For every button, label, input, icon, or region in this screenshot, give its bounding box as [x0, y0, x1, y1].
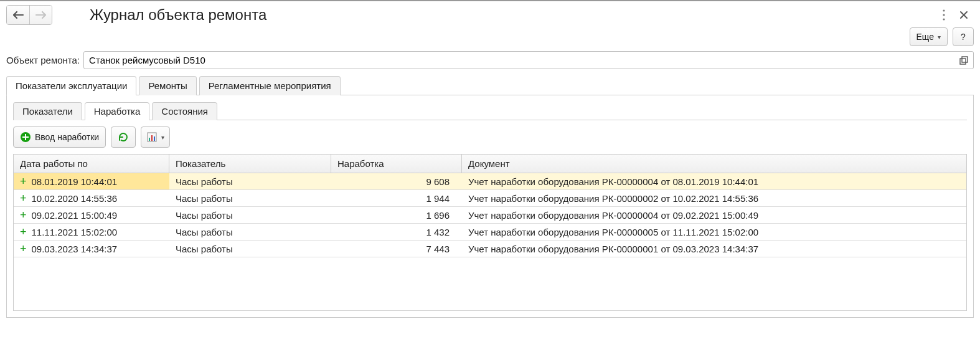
- chevron-down-icon: ▾: [938, 34, 941, 41]
- outer-tab-2[interactable]: Регламентные мероприятия: [199, 76, 341, 95]
- chart-dropdown-button[interactable]: ▾: [141, 127, 170, 148]
- object-input[interactable]: [83, 51, 974, 69]
- open-external-icon: [959, 56, 968, 65]
- svg-point-3: [943, 14, 945, 16]
- table-row[interactable]: +08.01.2019 10:44:01Часы работы9 608Учет…: [14, 173, 966, 190]
- plus-icon: +: [20, 243, 27, 254]
- inner-tab-0[interactable]: Показатели: [13, 102, 82, 120]
- cell-value: 7 443: [331, 241, 462, 257]
- inner-tab-1[interactable]: Наработка: [85, 102, 150, 120]
- cell-indicator: Часы работы: [169, 207, 331, 223]
- outer-tab-1[interactable]: Ремонты: [139, 76, 196, 95]
- cell-value: 1 432: [331, 224, 462, 240]
- svg-point-2: [943, 9, 945, 11]
- plus-icon: +: [20, 209, 27, 221]
- object-field-row: Объект ремонта:: [6, 51, 974, 69]
- cell-indicator: Часы работы: [169, 241, 331, 257]
- cell-date: +09.03.2023 14:34:37: [14, 241, 169, 257]
- svg-rect-15: [154, 136, 155, 141]
- close-button[interactable]: [954, 5, 974, 25]
- cell-indicator: Часы работы: [169, 224, 331, 240]
- cell-date: +11.11.2021 15:02:00: [14, 224, 169, 240]
- inner-tabs: ПоказателиНаработкаСостояния: [13, 102, 967, 120]
- cell-date-text: 11.11.2021 15:02:00: [32, 227, 118, 237]
- app-window: Журнал объекта ремонта Еще ▾ ? Объект ре…: [0, 0, 980, 339]
- close-icon: [959, 11, 968, 19]
- open-object-button[interactable]: [956, 54, 971, 67]
- forward-button[interactable]: [29, 6, 52, 24]
- bar-chart-icon: [146, 131, 158, 143]
- refresh-button[interactable]: [111, 127, 136, 148]
- table-header: Дата работы по Показатель Наработка Доку…: [14, 155, 966, 173]
- svg-rect-8: [962, 57, 968, 62]
- svg-point-4: [943, 18, 945, 20]
- cell-value: 1 944: [331, 190, 462, 206]
- cell-document: Учет наработки оборудования РК-00000001 …: [462, 241, 966, 257]
- table-row[interactable]: +09.03.2023 14:34:37Часы работы7 443Учет…: [14, 241, 966, 257]
- cell-date: +09.02.2021 15:00:49: [14, 207, 169, 223]
- cell-indicator: Часы работы: [169, 190, 331, 206]
- kebab-icon: [943, 9, 945, 21]
- table-body: +08.01.2019 10:44:01Часы работы9 608Учет…: [14, 173, 966, 310]
- kebab-menu-button[interactable]: [934, 5, 954, 25]
- cell-date: +08.01.2019 10:44:01: [14, 173, 169, 189]
- outer-tab-0[interactable]: Показатели эксплуатации: [6, 76, 136, 95]
- table-toolbar: Ввод наработки ▾: [13, 127, 967, 148]
- outer-tabs: Показатели эксплуатацииРемонтыРегламентн…: [6, 75, 974, 95]
- plus-icon: +: [20, 226, 27, 237]
- help-button-label: ?: [961, 32, 966, 42]
- cell-date-text: 10.02.2020 14:55:36: [32, 193, 118, 204]
- add-operating-time-label: Ввод наработки: [35, 132, 99, 142]
- arrow-left-icon: [12, 11, 24, 19]
- help-button[interactable]: ?: [953, 27, 974, 46]
- cell-value: 9 608: [331, 173, 462, 189]
- page-title: Журнал объекта ремонта: [90, 6, 266, 24]
- nav-buttons: [6, 5, 52, 25]
- back-button[interactable]: [7, 6, 29, 24]
- more-button-label: Еще: [916, 32, 935, 42]
- table: Дата работы по Показатель Наработка Доку…: [13, 154, 967, 311]
- th-date[interactable]: Дата работы по: [14, 155, 169, 173]
- cell-date-text: 09.02.2021 15:00:49: [32, 210, 118, 221]
- th-indicator[interactable]: Показатель: [169, 155, 331, 173]
- svg-rect-7: [960, 59, 966, 64]
- refresh-icon: [118, 131, 129, 143]
- cell-document: Учет наработки оборудования РК-00000002 …: [462, 190, 966, 206]
- header: Журнал объекта ремонта: [6, 5, 974, 25]
- arrow-right-icon: [35, 11, 47, 19]
- more-button[interactable]: Еще ▾: [910, 27, 948, 46]
- cell-value: 1 696: [331, 207, 462, 223]
- chevron-down-icon: ▾: [161, 134, 164, 141]
- svg-rect-14: [151, 135, 153, 141]
- object-field-wrap: [83, 51, 974, 69]
- secondary-toolbar: Еще ▾ ?: [6, 27, 974, 46]
- th-value[interactable]: Наработка: [331, 155, 462, 173]
- cell-date-text: 09.03.2023 14:34:37: [32, 244, 118, 254]
- th-document[interactable]: Документ: [462, 155, 966, 173]
- table-row[interactable]: +11.11.2021 15:02:00Часы работы1 432Учет…: [14, 224, 966, 241]
- inner-tab-2[interactable]: Состояния: [152, 102, 217, 120]
- cell-document: Учет наработки оборудования РК-00000004 …: [462, 173, 966, 189]
- cell-document: Учет наработки оборудования РК-00000004 …: [462, 207, 966, 223]
- plus-icon: +: [20, 193, 27, 204]
- outer-tab-body: ПоказателиНаработкаСостояния Ввод нарабо…: [6, 95, 974, 318]
- cell-date: +10.02.2020 14:55:36: [14, 190, 169, 206]
- cell-indicator: Часы работы: [169, 173, 331, 189]
- cell-date-text: 08.01.2019 10:44:01: [32, 176, 118, 187]
- table-row[interactable]: +10.02.2020 14:55:36Часы работы1 944Учет…: [14, 190, 966, 207]
- cell-document: Учет наработки оборудования РК-00000005 …: [462, 224, 966, 240]
- object-field-label: Объект ремонта:: [6, 55, 80, 65]
- svg-rect-13: [149, 138, 150, 141]
- plus-icon: +: [20, 176, 27, 187]
- add-operating-time-button[interactable]: Ввод наработки: [13, 127, 106, 148]
- plus-circle-icon: [20, 131, 31, 143]
- svg-rect-11: [22, 136, 29, 138]
- table-row[interactable]: +09.02.2021 15:00:49Часы работы1 696Учет…: [14, 207, 966, 224]
